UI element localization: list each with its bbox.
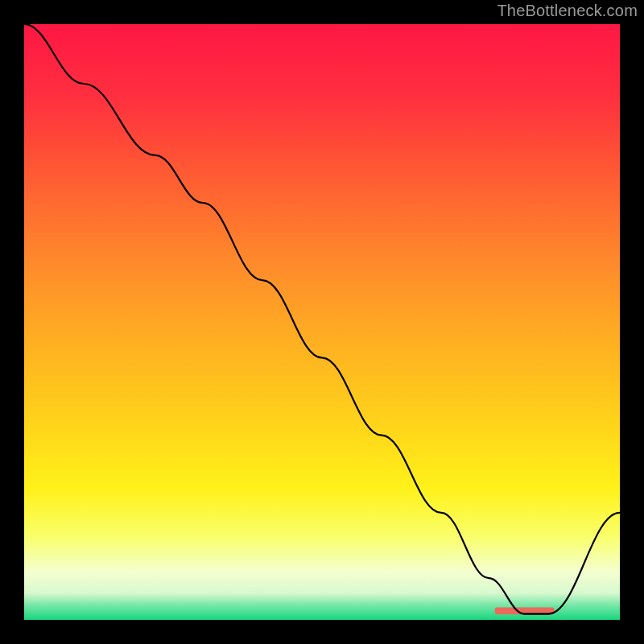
bottleneck-chart (24, 24, 620, 620)
chart-plot-area (24, 24, 620, 620)
chart-background-gradient (24, 24, 620, 620)
watermark-text: TheBottleneck.com (497, 2, 638, 20)
chart-frame: TheBottleneck.com (0, 0, 644, 644)
